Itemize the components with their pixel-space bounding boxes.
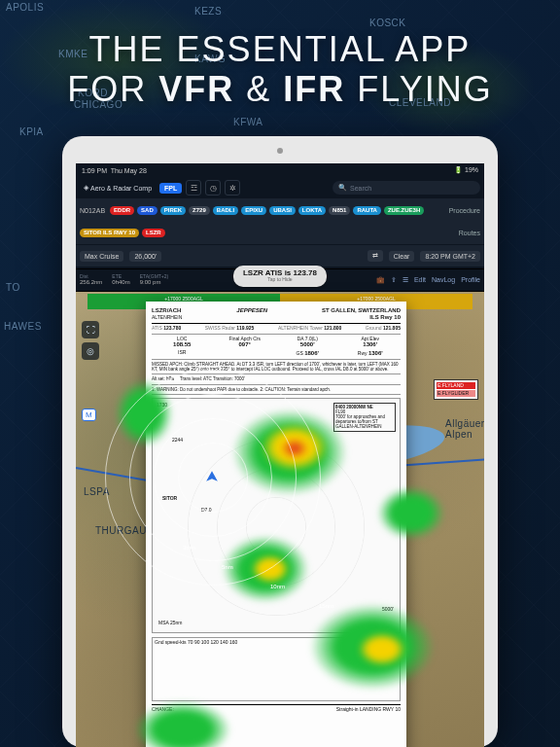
speed-selector[interactable]: Max Cruise (80, 251, 123, 262)
waypoint-chip[interactable]: RAUTA (353, 206, 381, 215)
ring-label: 5nm (222, 564, 233, 570)
marketing-headline: THE ESSENTIAL APP FOR VFR & IFR FLYING (0, 29, 560, 110)
swap-button[interactable]: ⇄ (368, 250, 383, 262)
status-bar: 1:09 PM Thu May 28 🔋 19% (76, 163, 484, 177)
profile-button[interactable]: Profile (461, 276, 480, 284)
map-label: KOSCK (369, 18, 406, 28)
eta-value: 9:00 pm (140, 279, 161, 285)
clear-button[interactable]: Clear (389, 251, 415, 262)
fpl-button[interactable]: FPL (159, 183, 182, 194)
status-date: Thu May 28 (111, 167, 147, 174)
status-battery: 19% (465, 166, 478, 173)
waypoint-chip[interactable]: UBASI (269, 206, 296, 215)
headline-vfr: VFR (158, 69, 234, 109)
navlog-button[interactable]: NavLog (432, 276, 455, 284)
map-label: APOLIS (6, 2, 44, 13)
waypoint-chip[interactable]: ZUE.ZUE3H (384, 206, 424, 215)
locate-icon[interactable]: ◎ (82, 342, 99, 360)
radar-echo (377, 486, 445, 540)
settings-icon[interactable]: ✲ (225, 180, 240, 196)
dest-chip[interactable]: LSZR (142, 229, 165, 237)
map-label: HAWES (4, 321, 42, 332)
fullscreen-icon[interactable]: ⛶ (82, 321, 99, 338)
map-label: KEZS (194, 6, 222, 17)
edit-button[interactable]: Edit (414, 276, 426, 284)
radar-echo (134, 700, 231, 747)
briefcase-icon[interactable]: 💼 (376, 276, 385, 284)
ete-value: 0h40m (112, 279, 129, 285)
atis-pill[interactable]: LSZR ATIS is 123.78 Tap to Hide (233, 266, 327, 287)
tablet-bezel: 1:09 PM Thu May 28 🔋 19% ◈ Aero & Radar … (62, 136, 498, 747)
headline-line2-pre: FOR (67, 69, 158, 109)
layers-icon[interactable]: ☲ (186, 180, 201, 196)
map-label: TO (6, 282, 20, 293)
aircraft-id[interactable]: N012AB (80, 207, 105, 214)
map-marker[interactable]: M (82, 409, 96, 421)
radar-echo (358, 632, 406, 666)
waypoint-chip[interactable]: SAD (137, 206, 158, 215)
route-strip[interactable]: N012AB EDDR SAD PIREK Z729 BADLI EPIXU U… (76, 198, 484, 222)
status-time: 1:09 PM (82, 167, 107, 174)
waypoint-chip[interactable]: LOKTA (298, 206, 326, 215)
search-input[interactable]: 🔍Search (332, 181, 480, 195)
time-display: 8:20 PM GMT+2 (420, 251, 480, 262)
approach-chip[interactable]: SITOR ILS RWY 10 (80, 229, 139, 237)
waypoint-chip[interactable]: BADLI (213, 206, 238, 215)
battery-icon: 🔋 (454, 166, 463, 173)
timer-icon[interactable]: ◷ (205, 180, 221, 196)
ownship-icon (205, 470, 219, 483)
waypoint-chip[interactable]: EPIXU (241, 206, 266, 215)
ring-label: 10nm (270, 584, 285, 589)
map-label: KPIA (19, 126, 44, 137)
map-label: Allgäuer Alpen (445, 418, 484, 440)
waypoint-chip[interactable]: N851 (329, 206, 350, 215)
waypoint-chip[interactable]: EDDR (110, 206, 134, 215)
top-toolbar: ◈ Aero & Radar Comp FPL ☲ ◷ ✲ 🔍Search N0… (76, 177, 484, 292)
airspace-legend: E:FLYLAND E:FLYGLIDER (434, 379, 478, 400)
share-icon[interactable]: ⇪ (391, 276, 397, 284)
map-area[interactable]: +17000 2500AGL +17000 2500AGL M LSPA THU… (76, 292, 484, 747)
tablet-screen: 1:09 PM Thu May 28 🔋 19% ◈ Aero & Radar … (76, 163, 484, 747)
chart-briefing-strip: LOC108.55 Final Apch Crs097° DA 7.0(L)50… (152, 335, 401, 361)
list-icon[interactable]: ☰ (402, 276, 408, 284)
procedure-button[interactable]: Procedure (449, 207, 480, 214)
headline-line1: THE ESSENTIAL APP (89, 29, 472, 69)
waypoint-chip[interactable]: PIREK (160, 206, 186, 215)
map-label: KFWA (233, 117, 263, 127)
routes-button[interactable]: Routes (459, 230, 480, 236)
ring-label: 3mm (183, 545, 195, 551)
jeppesen-logo: JEPPESEN (236, 307, 267, 321)
layer-selector[interactable]: ◈ Aero & Radar Comp (80, 182, 156, 194)
flight-info-bar: Dist256.2nm ETE0h40m ETA(GMT+2)9:00 pm L… (76, 268, 484, 291)
headline-ifr: IFR (283, 69, 345, 109)
distance-value: 256.2nm (80, 279, 102, 285)
search-icon: 🔍 (338, 184, 347, 192)
ring-label: 15nm (319, 603, 333, 609)
waypoint-chip[interactable]: Z729 (189, 206, 210, 215)
altitude-selector[interactable]: 26,000' (129, 251, 161, 262)
